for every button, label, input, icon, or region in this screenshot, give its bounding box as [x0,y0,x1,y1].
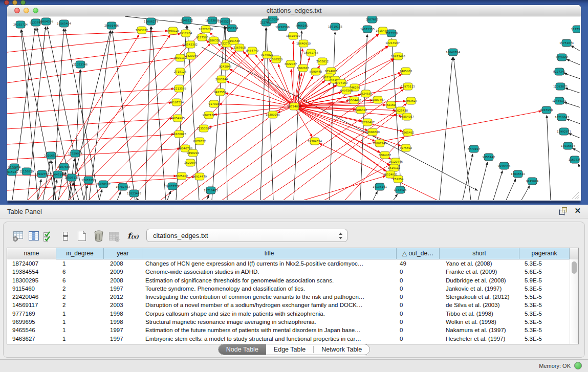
tab-edge-table[interactable]: Edge Table [266,344,313,355]
close-panel-icon[interactable]: ✕ [574,206,581,215]
table-row[interactable]: 1872400712008Changes of HCN gene express… [7,259,570,268]
graph-node[interactable]: 1733426 [394,186,407,193]
graph-node[interactable]: 20691406 [104,22,119,29]
graph-node[interactable]: 7975692 [400,144,412,151]
table-row[interactable]: 977716911998Corpus callosum shape and si… [7,310,570,318]
table-row[interactable]: 969969511998Structural magnetic resonanc… [7,318,570,326]
tab-node-table[interactable]: Node Table [219,344,266,355]
graph-node[interactable]: 1362615 [297,64,310,72]
column-header-5[interactable]: short [440,248,519,259]
import-table-icon[interactable] [106,228,122,244]
column-header-0[interactable]: name [7,248,56,259]
graph-node[interactable]: 9151546 [228,37,241,45]
graph-node[interactable]: 9498222 [187,149,200,157]
graph-node[interactable]: 9329966 [556,54,569,61]
graph-node[interactable]: 8813054 [267,16,279,23]
graph-node[interactable]: 12823445 [127,190,141,197]
graph-node[interactable]: 7857224 [226,25,238,32]
graph-node[interactable]: 917003 [209,100,220,107]
graph-node[interactable]: 18325419 [286,32,300,39]
graph-node[interactable]: 9660128 [167,27,180,34]
graph-node[interactable]: 18640910 [296,40,311,47]
graph-node[interactable]: 11156829 [19,168,34,175]
graph-node[interactable]: 62160 [386,101,396,108]
graph-node[interactable]: 1365492 [402,129,415,136]
graph-node[interactable]: 19716485 [204,187,218,194]
float-panel-icon[interactable] [559,207,568,217]
column-header-3[interactable]: title [142,248,397,259]
graph-node[interactable]: 16782753 [116,183,130,190]
graph-node[interactable]: 14136141 [373,183,387,190]
table-row[interactable]: 1938455462009Genome-wide association stu… [7,268,570,276]
graph-node[interactable]: 3684067 [379,151,391,159]
graph-node[interactable]: 9242848 [219,63,232,70]
graph-node[interactable]: 9355142 [483,154,495,161]
graph-node[interactable]: 9245024 [526,178,539,185]
graph-node[interactable]: 20564486 [347,97,361,104]
column-header-6[interactable]: pagerank [519,248,570,259]
graph-node[interactable]: 18300295 [266,111,280,118]
graph-node[interactable]: 1117304 [571,26,580,33]
graph-node[interactable]: 8466160 [296,22,309,29]
graph-node[interactable]: 8990448 [310,68,322,75]
graph-node[interactable]: 9227341 [553,68,566,75]
scrollbar-thumb[interactable] [572,261,577,274]
graph-node[interactable]: 252254 [393,176,404,183]
graph-node[interactable]: 10688609 [365,128,380,136]
table-source-select[interactable]: citations_edges.txt [146,229,347,242]
app-zoom-icon[interactable] [20,0,26,5]
memory-ok-indicator[interactable] [574,362,582,369]
graph-node[interactable]: 3822037 [285,60,297,68]
graph-node[interactable]: 12353584 [197,125,211,132]
stacked-cells-icon[interactable] [58,228,73,244]
network-graph-area[interactable]: 1872400718226058912750381863289327508915… [7,16,580,200]
graph-node[interactable]: 8215958 [540,106,553,114]
graph-node[interactable]: 16857771 [165,183,180,190]
graph-node[interactable]: 24055724 [13,21,28,28]
delete-table-icon[interactable] [91,228,106,244]
graph-node[interactable]: 9267130 [203,112,215,119]
graph-node[interactable]: 9463627 [405,97,418,104]
graph-node[interactable]: 7986322 [355,106,367,114]
graph-node[interactable]: 9890112 [174,54,187,61]
graph-node[interactable]: 16958107 [96,181,111,188]
resize-grip-icon[interactable] [572,192,579,199]
graph-node[interactable]: 9127503 [196,34,209,41]
table-row[interactable]: 946554611997Estimation of the future num… [7,326,570,334]
table-row[interactable]: 1456911722003Disruption of a novel membe… [7,301,570,309]
graph-node[interactable]: 21053346 [73,61,88,68]
graph-node[interactable]: 8427552 [214,89,227,96]
graph-node[interactable]: 11606279 [144,18,158,25]
graph-node[interactable]: 7515526 [385,30,398,37]
graph-node[interactable]: 15992971 [557,128,571,135]
column-header-4[interactable]: △ out_de… [397,248,440,259]
table-row[interactable]: 2242004622012Investigating the contribut… [7,293,570,301]
table-scrollbar[interactable] [570,259,578,344]
graph-node[interactable]: 14671355 [360,26,375,33]
graph-node[interactable]: 12720407 [360,119,375,126]
table-row[interactable]: 1830029562008Estimation of significance … [7,276,570,285]
graph-node[interactable]: 7485063 [400,68,412,75]
graph-node[interactable]: 19565404 [57,20,71,27]
network-canvas[interactable]: 1872400718226058912750381863289327508915… [7,16,580,200]
table-row[interactable]: 946362711997Embryonic stem cells: a mode… [7,335,570,343]
tab-network-table[interactable]: Network Table [314,344,369,355]
app-minimize-icon[interactable] [12,0,17,5]
graph-node[interactable]: 1615112 [388,164,401,171]
graph-node[interactable]: 7625402 [176,172,188,180]
table-row[interactable]: 911546021997Tourette syndrome. Phenomeno… [7,285,570,293]
graph-node[interactable]: 7663822 [136,27,148,34]
graph-node[interactable]: 9046446 [498,162,511,169]
column-header-1[interactable]: in_degree [56,248,104,259]
graph-node[interactable]: 12213589 [172,85,186,92]
graph-node[interactable]: 9546232 [181,17,193,24]
graph-node[interactable]: 5912954 [180,30,192,37]
graph-node[interactable]: 8454749 [246,47,259,54]
graph-node[interactable]: 19218596 [275,24,290,31]
graph-node[interactable]: 12213967 [385,39,400,47]
graph-node[interactable]: 9777169 [335,79,348,86]
graph-node[interactable]: 16648784 [446,49,460,56]
graph-node[interactable]: 17016504 [561,142,575,149]
graph-node[interactable]: 1620994 [184,159,197,166]
graph-node[interactable]: 12444131 [552,97,567,104]
